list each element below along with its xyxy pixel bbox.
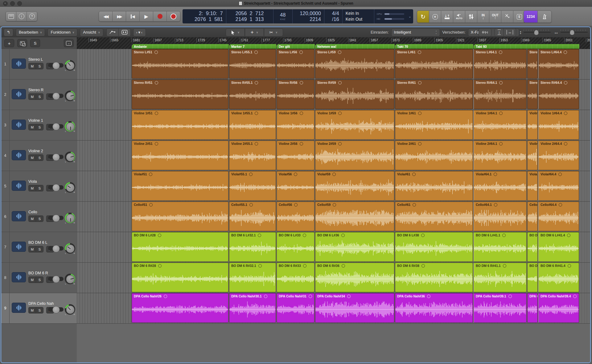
lcd-display[interactable]: 2: 9:10: 7 2076 1 581 2056 2 712 2149 1 …	[183, 9, 413, 23]
track-name[interactable]: Violine 1	[28, 118, 43, 123]
audio-region[interactable]: Stereo L#61	[395, 49, 473, 79]
stop-to-start-button[interactable]: ◀	[126, 11, 140, 22]
volume-knob[interactable]	[52, 92, 60, 100]
mute-button[interactable]: M	[29, 185, 36, 191]
audio-region[interactable]: Stereo R#55.1	[229, 80, 276, 109]
solo-button[interactable]: S	[36, 155, 43, 161]
inspector-button[interactable]: i	[16, 11, 27, 21]
menu-bearbeiten[interactable]: Bearbeiten∨	[16, 28, 45, 36]
duplicate-track-button[interactable]	[17, 39, 27, 47]
audio-region[interactable]: Violin	[527, 110, 538, 140]
automation-button[interactable]	[106, 28, 119, 36]
vertical-zoom-thumb[interactable]	[534, 30, 539, 35]
minimize-button[interactable]	[10, 1, 15, 6]
audio-region[interactable]: Viola#55.1	[229, 171, 276, 201]
audio-region[interactable]: DPA Cello Nah#30.1	[229, 293, 276, 323]
audio-region[interactable]: Violine 2#64.4	[538, 141, 579, 170]
volume-knob[interactable]	[52, 215, 60, 222]
track-name[interactable]: Stereo R	[28, 88, 43, 92]
audio-region[interactable]: Cello#64.1	[474, 202, 527, 231]
audio-region[interactable]: BO DM 6 L#32.1	[229, 232, 276, 262]
audio-region[interactable]: Violine 1#55.1	[229, 110, 276, 140]
audio-region[interactable]: Viola#64.1	[474, 171, 527, 201]
solo-button[interactable]: S	[36, 94, 43, 100]
audio-region[interactable]: Stereo R#61	[395, 80, 473, 109]
audio-region[interactable]: Viola#59	[315, 171, 394, 201]
pan-knob[interactable]: LR	[65, 152, 75, 162]
track-name[interactable]: DPA Cello Nah	[28, 301, 54, 306]
audio-region[interactable]: BO DM 6 L#36	[315, 232, 394, 262]
vertical-auto-zoom-button[interactable]: ↕	[495, 28, 504, 36]
add-track-button[interactable]: +	[4, 39, 14, 47]
tuner-button[interactable]	[501, 10, 513, 23]
horizontal-zoom-thumb[interactable]	[570, 30, 574, 35]
audio-region[interactable]: BO D	[527, 263, 538, 292]
pan-knob[interactable]: LR	[65, 91, 75, 101]
volume-slider[interactable]	[48, 277, 64, 281]
audio-region[interactable]: Stereo L#64.4	[538, 49, 579, 79]
pan-knob[interactable]: LR	[65, 274, 75, 284]
volume-slider[interactable]	[48, 94, 64, 98]
audio-region[interactable]: Violine 2#51	[132, 141, 228, 170]
audio-region[interactable]: BO DM 6 R#36	[315, 263, 394, 292]
record-button[interactable]	[153, 11, 167, 22]
track-header-viola[interactable]: 5ViolaMSRLR	[1, 171, 77, 202]
audio-region[interactable]: Cello#64.4	[538, 202, 579, 231]
audio-region[interactable]: Violin	[527, 141, 538, 170]
marker-takt-70[interactable]: Takt 70	[395, 44, 473, 49]
left-click-tool-menu[interactable]: ∨	[226, 28, 245, 36]
horizontal-zoom-slider[interactable]: ↔	[554, 30, 588, 35]
track-lane-4[interactable]: Violine 2#51Violine 2#55.1Violine 2#56Vi…	[77, 141, 590, 171]
volume-knob[interactable]	[52, 276, 60, 283]
audio-region[interactable]: Viola	[527, 171, 538, 201]
volume-knob[interactable]	[52, 62, 60, 69]
autopunch-button[interactable]: ✕	[429, 10, 441, 23]
track-name[interactable]: Viola	[28, 179, 37, 184]
flex-button[interactable]	[119, 28, 131, 36]
pan-knob[interactable]: LR	[65, 60, 75, 71]
pan-knob[interactable]: LR	[65, 243, 75, 254]
audio-region[interactable]: Stereo R#56	[277, 80, 314, 109]
mute-button[interactable]: M	[29, 307, 36, 313]
mixer-button[interactable]	[465, 10, 477, 23]
snap-select[interactable]: Intelligent ⌃⌄	[391, 28, 440, 36]
audio-region[interactable]: Violine 1#64.4	[538, 110, 579, 140]
audio-region[interactable]: Cello#59	[315, 202, 394, 231]
mute-button[interactable]: M	[29, 277, 36, 283]
audio-region[interactable]: Stere	[527, 49, 538, 79]
audio-region[interactable]: Stereo L#64.1	[474, 49, 527, 79]
audio-region[interactable]: Stereo L#51	[132, 49, 228, 79]
replace-button[interactable]: ⇣⇡	[441, 10, 453, 23]
track-name[interactable]: Violine 2	[28, 149, 43, 153]
audio-region[interactable]: Violine 2#64.1	[474, 141, 527, 170]
cycle-button[interactable]: ↻	[417, 10, 429, 23]
audio-region[interactable]: Cello#56	[277, 202, 314, 231]
audio-region[interactable]: Stereo R#64.4	[538, 80, 579, 109]
solo-button[interactable]: S	[36, 185, 43, 191]
metronome-button[interactable]	[538, 10, 552, 23]
volume-slider[interactable]	[48, 185, 64, 190]
track-header-violine-2[interactable]: 4Violine 2MSRLR	[1, 141, 77, 171]
track-lane-5[interactable]: Viola#51Viola#55.1Viola#56Viola#59Viola#…	[77, 171, 590, 202]
marker-nehmen-wa-[interactable]: Nehmen wa!	[315, 44, 395, 49]
track-name[interactable]: BO DM 6 R	[28, 271, 48, 275]
audio-region[interactable]: BO DM 6 R#41.1	[474, 263, 527, 292]
forward-button[interactable]: ▶▶	[113, 11, 126, 22]
mute-button[interactable]: M	[29, 63, 36, 69]
audio-region[interactable]: BO DM 6 R#33	[277, 263, 314, 292]
audio-region[interactable]: Violine 2#61	[395, 141, 473, 170]
volume-slider[interactable]	[48, 307, 64, 312]
audio-region[interactable]: Violine 2#55.1	[229, 141, 276, 170]
track-header-cello[interactable]: 6CelloMSRLR	[1, 202, 77, 232]
track-header-stereo-r[interactable]: 2Stereo RMSRLR	[1, 80, 77, 110]
performance-meters[interactable]: CPU HD	[374, 9, 407, 23]
volume-slider[interactable]	[48, 155, 64, 159]
autodemix-button[interactable]: AUTO	[453, 10, 465, 23]
mute-button[interactable]: M	[29, 155, 36, 161]
catch-playhead-button[interactable]: ›▼‹	[133, 28, 146, 36]
track-lane-9[interactable]: DPA Cello Nah#26DPA Cello Nah#30.1DPA Ce…	[77, 293, 590, 324]
mute-button[interactable]: M	[29, 246, 36, 252]
track-lane-6[interactable]: Cello#51Cello#55.1Cello#56Cello#59Cello#…	[77, 202, 590, 232]
audio-region[interactable]: Stereo L#59	[315, 49, 394, 79]
vertical-zoom-slider[interactable]: ↕	[519, 30, 551, 35]
